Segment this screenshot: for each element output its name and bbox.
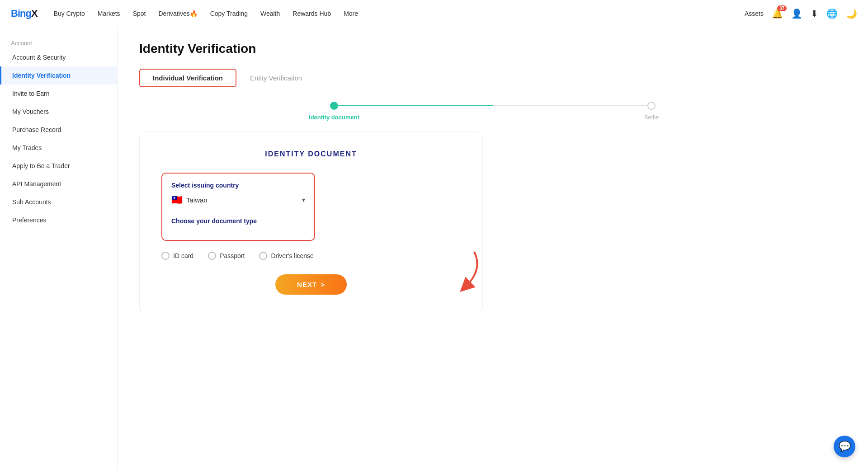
sidebar: Account Account & Security Identity Veri… bbox=[0, 27, 118, 470]
sidebar-item-my-trades[interactable]: My Trades bbox=[0, 139, 117, 157]
stepper-line-filled bbox=[338, 105, 493, 106]
globe-icon[interactable]: 🌐 bbox=[826, 8, 838, 19]
nav-copy-trading[interactable]: Copy Trading bbox=[210, 10, 248, 17]
next-button[interactable]: NEXT > bbox=[275, 274, 347, 295]
navbar: BingX Buy Crypto Markets Spot Derivative… bbox=[0, 0, 868, 27]
tab-individual-verification[interactable]: Individual Verification bbox=[139, 69, 236, 87]
arrow-svg bbox=[434, 247, 488, 292]
tab-entity-verification[interactable]: Entity Verification bbox=[236, 69, 316, 87]
page-layout: Account Account & Security Identity Veri… bbox=[0, 27, 868, 470]
next-button-wrapper: NEXT > bbox=[161, 274, 461, 295]
assets-link[interactable]: Assets bbox=[745, 10, 764, 17]
nav-derivatives[interactable]: Derivatives🔥 bbox=[158, 10, 197, 17]
country-select-label: Select issuing country bbox=[171, 182, 305, 189]
theme-icon[interactable]: 🌙 bbox=[846, 8, 857, 19]
card-title: IDENTITY DOCUMENT bbox=[161, 150, 461, 158]
country-select-box: Select issuing country 🇹🇼 Taiwan ▾ Choos… bbox=[161, 173, 315, 241]
notification-icon[interactable]: 🔔 37 bbox=[772, 8, 783, 19]
radio-circle-id-card bbox=[161, 252, 170, 260]
sidebar-section-label: Account bbox=[0, 36, 117, 48]
tab-bar: Individual Verification Entity Verificat… bbox=[139, 69, 846, 87]
support-button[interactable]: 💬 bbox=[834, 436, 855, 457]
stepper-line bbox=[338, 105, 647, 106]
sidebar-item-account-security[interactable]: Account & Security bbox=[0, 48, 117, 66]
step-identity-doc: Identity document bbox=[330, 102, 338, 110]
radio-label-passport: Passport bbox=[220, 252, 245, 259]
step-label-identity: Identity document bbox=[309, 114, 359, 121]
chevron-down-icon: ▾ bbox=[302, 196, 305, 203]
radio-drivers-license[interactable]: Driver's license bbox=[259, 252, 313, 260]
country-dropdown[interactable]: 🇹🇼 Taiwan ▾ bbox=[171, 194, 305, 209]
next-button-label: NEXT bbox=[297, 281, 317, 288]
sidebar-item-purchase-record[interactable]: Purchase Record bbox=[0, 121, 117, 139]
sidebar-item-api-management[interactable]: API Management bbox=[0, 175, 117, 193]
nav-links: Buy Crypto Markets Spot Derivatives🔥 Cop… bbox=[54, 10, 745, 17]
nav-spot[interactable]: Spot bbox=[133, 10, 146, 17]
nav-right: Assets 🔔 37 👤 ⬇ 🌐 🌙 bbox=[745, 8, 857, 19]
doc-type-radio-group: ID card Passport Driver's license bbox=[161, 252, 461, 260]
radio-label-id-card: ID card bbox=[173, 252, 193, 259]
nav-buy-crypto[interactable]: Buy Crypto bbox=[54, 10, 85, 17]
country-value: 🇹🇼 Taiwan bbox=[171, 194, 208, 205]
sidebar-item-preferences[interactable]: Preferences bbox=[0, 211, 117, 229]
brand-logo[interactable]: BingX bbox=[11, 8, 38, 19]
step-selfie: Selfie bbox=[647, 102, 656, 110]
step-label-selfie: Selfie bbox=[644, 114, 659, 121]
nav-wealth[interactable]: Wealth bbox=[260, 10, 280, 17]
download-icon[interactable]: ⬇ bbox=[811, 8, 818, 19]
nav-more[interactable]: More bbox=[344, 10, 358, 17]
radio-id-card[interactable]: ID card bbox=[161, 252, 193, 260]
step-dot-identity bbox=[330, 102, 338, 110]
doc-type-label: Choose your document type bbox=[171, 217, 305, 225]
step-dot-selfie bbox=[647, 102, 656, 110]
stepper: Identity document Selfie bbox=[330, 102, 656, 110]
sidebar-item-invite-to-earn[interactable]: Invite to Earn bbox=[0, 85, 117, 103]
identity-document-card: IDENTITY DOCUMENT Select issuing country… bbox=[139, 132, 483, 313]
nav-markets[interactable]: Markets bbox=[98, 10, 120, 17]
sidebar-item-sub-accounts[interactable]: Sub Accounts bbox=[0, 193, 117, 211]
country-flag: 🇹🇼 bbox=[171, 194, 183, 205]
sidebar-item-apply-trader[interactable]: Apply to Be a Trader bbox=[0, 157, 117, 175]
radio-label-drivers-license: Driver's license bbox=[271, 252, 313, 259]
arrow-annotation bbox=[434, 247, 488, 294]
next-button-arrow: > bbox=[321, 281, 325, 288]
user-icon[interactable]: 👤 bbox=[791, 8, 802, 19]
radio-passport[interactable]: Passport bbox=[208, 252, 245, 260]
notification-badge: 37 bbox=[777, 5, 787, 11]
main-content: Identity Verification Individual Verific… bbox=[118, 27, 868, 470]
page-title: Identity Verification bbox=[139, 42, 846, 56]
country-name: Taiwan bbox=[186, 196, 208, 204]
radio-circle-drivers-license bbox=[259, 252, 267, 260]
radio-circle-passport bbox=[208, 252, 216, 260]
sidebar-item-identity-verification[interactable]: Identity Verification bbox=[0, 66, 117, 85]
nav-rewards-hub[interactable]: Rewards Hub bbox=[292, 10, 331, 17]
sidebar-item-my-vouchers[interactable]: My Vouchers bbox=[0, 103, 117, 121]
